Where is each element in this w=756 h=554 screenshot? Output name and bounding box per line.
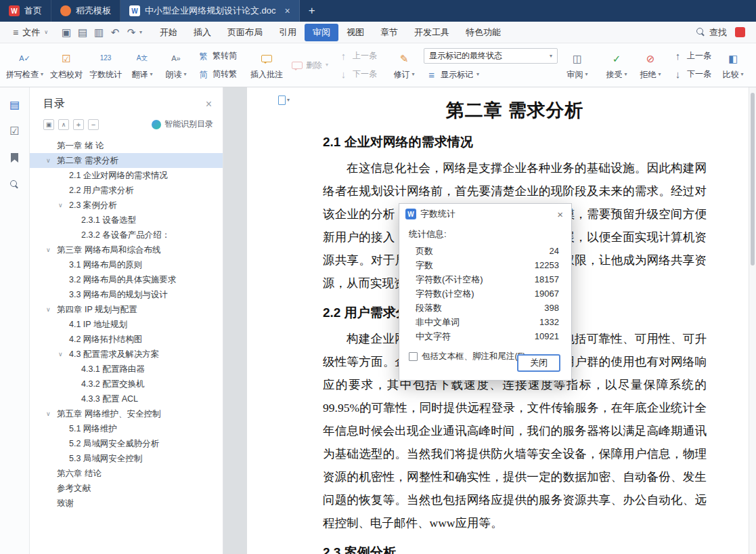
redo-button[interactable]: ↷	[123, 25, 139, 40]
menu-tab-dev-tools[interactable]: 开发工具	[406, 24, 458, 41]
simp-to-trad-button[interactable]: 简简转繁	[196, 67, 239, 82]
menu-tab-page-layout[interactable]: 页面布局	[219, 24, 271, 41]
toc-item[interactable]: ∨第四章 IP 规划与配置	[30, 302, 223, 317]
button-label: 文档校对	[50, 69, 83, 81]
proofread-icon: ☑	[62, 54, 70, 64]
close-button[interactable]: 关闭	[517, 354, 560, 372]
toc-item[interactable]: ∨第五章 网络维护、安全控制	[30, 406, 223, 421]
print-button[interactable]: ▤	[74, 25, 91, 40]
button-label: 删除	[306, 60, 322, 71]
chevron-down-icon[interactable]: ∨	[46, 157, 51, 164]
collapse-panel-button[interactable]: ∧	[58, 119, 69, 130]
promo-icon[interactable]	[735, 27, 745, 37]
outline-pane-icon: ▤	[9, 100, 20, 110]
menu-tab-insert[interactable]: 插入	[185, 24, 219, 41]
toc-item[interactable]: 参考文献	[30, 481, 223, 496]
smart-toc-button[interactable]: 智能识别目录	[152, 119, 213, 130]
tab-docer[interactable]: 稻壳模板	[51, 0, 120, 22]
toc-item[interactable]: 3.1 网络布局的原则	[30, 257, 223, 272]
word-count-button[interactable]: 123字数统计	[86, 49, 125, 82]
accept-button[interactable]: ✓接受▾	[600, 49, 633, 82]
new-tab-button[interactable]: +	[300, 0, 324, 22]
bookmark-pane-button[interactable]	[7, 150, 23, 166]
page-settings-button[interactable]: ▾	[278, 95, 290, 105]
reject-button[interactable]: ⊘拒绝▾	[633, 49, 667, 82]
toc-item[interactable]: ∨4.3 配置需求及解决方案	[30, 347, 223, 362]
save-button[interactable]: ▣	[58, 25, 74, 40]
toc-item[interactable]: 2.1 企业对网络的需求情况	[30, 168, 223, 183]
toc-item[interactable]: 5.2 局域网安全威胁分析	[30, 436, 223, 451]
toc-item[interactable]: 2.3.1 设备选型	[30, 213, 223, 228]
chevron-down-icon: ▾	[139, 30, 142, 35]
prev-comment-button[interactable]: ↑上一条	[336, 49, 379, 64]
select-headings-button[interactable]: ▣	[43, 119, 54, 130]
word-count-dialog: W 字数统计 × 统计信息: 页数24字数12253字符数(不计空格)18157…	[399, 203, 572, 381]
prev-change-button[interactable]: ↑上一条	[670, 49, 713, 64]
compare-button[interactable]: ◧比较▾	[716, 49, 750, 82]
spell-check-button[interactable]: A✓拼写检查▾	[3, 49, 47, 82]
toc-item[interactable]: 3.2 网络布局的具体实施要求	[30, 272, 223, 287]
toc-item[interactable]: 5.3 局域网安全控制	[30, 451, 223, 466]
menu-tab-special-features[interactable]: 特色功能	[458, 24, 509, 41]
proofing-pane-button[interactable]: ☑	[7, 123, 23, 140]
chevron-down-icon[interactable]: ∨	[46, 410, 51, 417]
toc-item[interactable]: 2.3.2 各设备产品介绍：	[30, 228, 223, 242]
outline-pane-button[interactable]: ▤	[7, 97, 23, 113]
proofread-button[interactable]: ☑文档校对	[47, 49, 86, 82]
section-heading: 2.1 企业对网络的需求情况	[323, 133, 707, 151]
chevron-down-icon[interactable]: ∨	[46, 306, 51, 313]
toc-item[interactable]: 4.3.2 配置交换机	[30, 377, 223, 391]
stat-value: 10921	[535, 331, 559, 341]
search-pane-button[interactable]	[7, 176, 23, 192]
collapse-all-button[interactable]: −	[88, 119, 99, 130]
toc-item[interactable]: 第六章 结论	[30, 466, 223, 481]
button-label: 字数统计	[89, 69, 122, 81]
toc-item[interactable]: 4.2 网络拓扑结构图	[30, 332, 223, 347]
menu-tab-section[interactable]: 章节	[372, 24, 406, 41]
menu-tab-references[interactable]: 引用	[271, 24, 305, 41]
toc-item-label: 3.1 网络布局的原则	[69, 259, 142, 271]
dialog-close-icon[interactable]: ×	[555, 209, 565, 220]
show-markup-button[interactable]: ≡显示标记▾	[424, 67, 558, 82]
toc-item-label: 4.3.3 配置 ACL	[81, 393, 138, 405]
next-comment-button[interactable]: ↓下一条	[336, 67, 379, 82]
file-menu-button[interactable]: ≡ 文件 ∨	[7, 26, 54, 39]
chevron-down-icon[interactable]: ∨	[46, 247, 51, 253]
next-change-button[interactable]: ↓下一条	[670, 67, 713, 82]
section-heading: 2.3 案例分析	[323, 544, 707, 554]
menu-tab-start[interactable]: 开始	[152, 24, 185, 41]
insert-comment-button[interactable]: 插入批注	[247, 49, 286, 82]
print-preview-button[interactable]: ▥	[91, 25, 107, 40]
delete-comment-button[interactable]: 删除▾	[289, 58, 330, 72]
tab-home[interactable]: W首页	[0, 0, 51, 22]
toc-item[interactable]: ∨2.3 案例分析	[30, 198, 223, 213]
trad-to-simp-button[interactable]: 繁繁转简	[196, 49, 239, 64]
chevron-down-icon[interactable]: ∨	[58, 351, 63, 358]
expand-all-button[interactable]: +	[73, 119, 84, 130]
close-icon[interactable]: ×	[206, 98, 212, 110]
toc-item[interactable]: 5.1 网络维护	[30, 421, 223, 436]
translate-button[interactable]: A文翻译▾	[125, 49, 159, 82]
menu-tab-view[interactable]: 视图	[338, 24, 372, 41]
toc-item[interactable]: 3.3 网络布局的规划与设计	[30, 287, 223, 302]
toc-item[interactable]: ∨第三章 网络布局和综合布线	[30, 242, 223, 257]
scrollbar-thumb[interactable]	[751, 93, 755, 265]
tab-document[interactable]: W中小型企业网络规划设计论文.doc×	[120, 0, 300, 22]
reviewing-pane-button[interactable]: ◫审阅▾	[560, 49, 594, 82]
toc-item[interactable]: 致谢	[30, 496, 223, 511]
toc-item[interactable]: 第一章 绪 论	[30, 138, 223, 153]
toc-item[interactable]: 4.1 IP 地址规划	[30, 317, 223, 332]
toc-item[interactable]: 2.2 用户需求分析	[30, 183, 223, 198]
toc-item[interactable]: 4.3.1 配置路由器	[30, 362, 223, 377]
undo-button[interactable]: ↶	[107, 25, 123, 40]
toc-item[interactable]: ∨第二章 需求分析	[30, 153, 223, 168]
close-tab-icon[interactable]: ×	[285, 5, 290, 16]
vertical-scrollbar[interactable]	[749, 87, 756, 554]
track-changes-button[interactable]: ✎修订▾	[387, 49, 421, 82]
find-button[interactable]: 查找	[691, 26, 732, 39]
menu-tab-review[interactable]: 审阅	[305, 24, 338, 41]
chevron-down-icon[interactable]: ∨	[58, 202, 63, 209]
show-markup-state-dropdown[interactable]: 显示标记的最终状态▾	[424, 48, 558, 64]
toc-item[interactable]: 4.3.3 配置 ACL	[30, 391, 223, 406]
read-aloud-button[interactable]: A»朗读▾	[159, 49, 193, 82]
